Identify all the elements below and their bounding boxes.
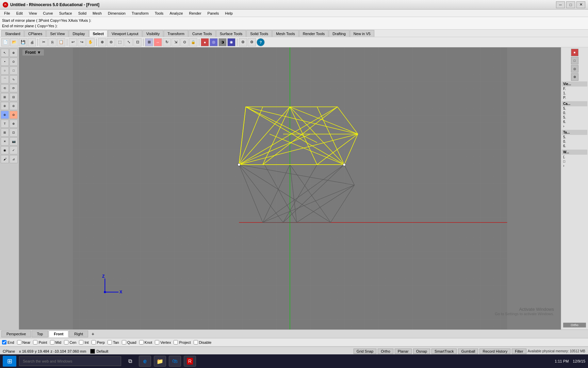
toolbar-tab-viewport-layout[interactable]: Viewport Layout [108,30,142,37]
snap-checkbox-quad[interactable] [122,340,126,344]
prop-icon-2[interactable]: □ [571,57,578,64]
snap-checkbox-project[interactable] [174,340,178,344]
minimize-button[interactable]: ─ [556,1,565,8]
grid-toggle[interactable]: ⊞ [145,38,153,46]
point-tool[interactable]: • [1,58,9,66]
status-btn-grid-snap[interactable]: Grid Snap [354,349,377,354]
snap-checkbox-disable[interactable] [194,340,198,344]
circle-tool[interactable]: ○ [1,66,9,75]
smash-tool[interactable]: ⊿ [10,155,18,163]
menu-item-surface[interactable]: Surface [56,11,75,16]
store-icon[interactable]: 🛍 [169,356,181,367]
status-btn-record-history[interactable]: Record History [479,349,510,354]
boolean-diff[interactable]: ⊖ [10,111,18,119]
pan-button[interactable]: ✋ [86,38,95,46]
menu-item-panels[interactable]: Panels [205,11,222,16]
mirror-tool[interactable]: ⟳ [10,84,18,92]
toolbar-tab-surface-tools[interactable]: Surface Tools [216,30,246,37]
globe-btn[interactable]: ◎ [210,38,218,46]
status-btn-gumball[interactable]: Gumball [458,349,478,354]
snap-checkbox-cen[interactable] [64,340,68,344]
zoom-out-button[interactable]: ⊖ [107,38,115,46]
scale-button[interactable]: ⇲ [172,38,180,46]
status-btn-osnap[interactable]: Osnap [413,349,430,354]
rhino-taskbar-icon[interactable]: R [184,356,196,367]
cut-button[interactable]: ✂ [39,38,48,46]
toolbar-tab-select[interactable]: Select [89,30,108,37]
menu-item-mesh[interactable]: Mesh [90,11,104,16]
point-cloud[interactable]: ⊙ [10,58,18,66]
snap-btn[interactable]: ⊙ [180,38,189,46]
prop-icon-1[interactable]: ■ [571,49,578,56]
zoom-extent-button[interactable]: ⤡ [125,38,133,46]
camera-tool[interactable]: 📷 [10,137,18,145]
toolbar-tab-cplanes[interactable]: CPlanes [24,30,46,37]
curve-tool[interactable]: ∿ [10,75,18,83]
edge-icon[interactable]: e [139,356,151,367]
arc-tool[interactable]: ⌒ [1,75,9,83]
snap-vertex[interactable]: Vertex [155,340,171,344]
undo-button[interactable]: ↩ [69,38,77,46]
copy-button[interactable]: ⎘ [48,38,56,46]
menu-item-analyze[interactable]: Analyze [167,11,185,16]
print-button[interactable]: 🖨 [28,38,36,46]
toolbar-tab-curve-tools[interactable]: Curve Tools [189,30,216,37]
viewport[interactable]: Front ▼ [19,47,561,329]
snap-checkbox-near[interactable] [17,340,21,344]
paint-tool[interactable]: 🖌 [1,155,9,163]
viewport-label[interactable]: Front ▼ [22,49,44,56]
task-view-btn[interactable]: ⧉ [124,356,136,367]
snap-checkbox-perp[interactable] [92,340,96,344]
snap-end[interactable]: End [2,340,14,344]
render-btn[interactable]: ⚙ [239,38,247,46]
snap-checkbox-knot[interactable] [139,340,144,344]
open-button[interactable]: 📂 [10,38,18,46]
boolean-union[interactable]: ⊕ [1,111,9,119]
snap-point[interactable]: Point [33,340,47,344]
check-tool[interactable]: ✓ [10,146,18,154]
torus-btn[interactable]: ◉ [227,38,235,46]
menu-item-edit[interactable]: Edit [14,11,26,16]
rotate-button[interactable]: ↻ [163,38,171,46]
snap-checkbox-end[interactable] [2,340,6,344]
start-button[interactable]: ⊞ [3,356,16,367]
viewport-tab-top[interactable]: Top [32,331,48,337]
viewport-tab-perspective[interactable]: Perspective [1,331,31,337]
fillet-tool[interactable]: ⊛ [1,102,9,110]
settings-btn[interactable]: ⚙ [248,38,256,46]
menu-item-view[interactable]: View [26,11,40,16]
new-button[interactable]: 📄 [1,38,10,46]
status-btn-smarttrack[interactable]: SmartTrack [431,349,457,354]
cylinder-btn[interactable]: ◑ [218,38,227,46]
toolbar-tab-standard[interactable]: Standard [1,30,24,37]
snap-checkbox-vertex[interactable] [155,340,159,344]
snap-int[interactable]: Int [79,340,88,344]
explorer-icon[interactable]: 📁 [154,356,166,367]
analyze-tool[interactable]: ◉ [1,146,9,154]
status-btn-ortho[interactable]: Ortho [378,349,393,354]
zoom-window-button[interactable]: ⬚ [116,38,124,46]
rotate-tool[interactable]: ⟲ [1,84,9,92]
mirror-button[interactable]: ↔ [154,38,162,46]
blend-tool[interactable]: ⊜ [10,102,18,110]
status-btn-filter[interactable]: Filter [512,349,526,354]
snap-checkbox-point[interactable] [33,340,37,344]
toolbar-tab-transform[interactable]: Transform [164,30,188,37]
light-tool[interactable]: ☀ [1,137,9,145]
save-button[interactable]: 💾 [19,38,27,46]
toolbar-tab-set-view[interactable]: Set View [46,30,68,37]
toolbar-tab-render-tools[interactable]: Render Tools [299,30,329,37]
snap-near[interactable]: Near [17,340,31,344]
redo-button[interactable]: ↪ [78,38,86,46]
extrude-tool[interactable]: ⊞ [1,93,9,101]
select-tool-2[interactable]: ⊕ [10,49,18,57]
snap-checkbox-int[interactable] [79,340,83,344]
rect-tool[interactable]: □ [10,66,18,75]
select-tool[interactable]: ↖ [1,49,9,57]
snap-knot[interactable]: Knot [139,340,152,344]
menu-item-tools[interactable]: Tools [152,11,166,16]
menu-item-dimension[interactable]: Dimension [105,11,128,16]
snap-project[interactable]: Project [174,340,191,344]
snap-disable[interactable]: Disable [194,340,212,344]
array-tool[interactable]: ⊞ [1,128,9,137]
